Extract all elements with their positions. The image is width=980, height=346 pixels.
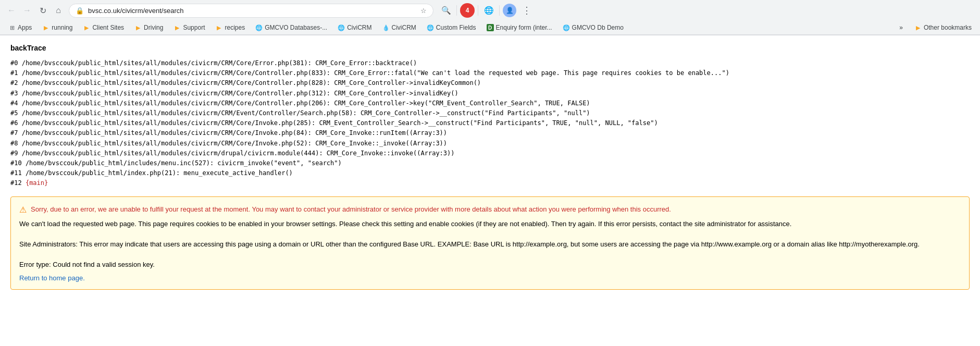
back-button[interactable]: ← (4, 3, 19, 18)
apps-grid-icon: ⊞ (8, 24, 16, 31)
bookmark-apps-label: Apps (18, 24, 32, 31)
menu-button[interactable]: ⋮ (519, 3, 534, 18)
other-bookmarks[interactable]: ▶ Other bookmarks (910, 22, 976, 33)
drop-icon-civicrm2: 💧 (382, 24, 390, 31)
more-bookmarks-label: » (899, 24, 903, 31)
folder-icon-driving: ▶ (134, 24, 142, 31)
bookmark-driving[interactable]: ▶ Driving (130, 22, 167, 33)
bookmark-custom-fields[interactable]: 🌐 Custom Fields (423, 22, 480, 33)
toolbar-divider3 (499, 5, 500, 16)
d-icon-enquiry: D (487, 24, 494, 31)
error-box: ⚠ Sorry, due to an error, we are unable … (10, 196, 970, 290)
bookmark-star-icon[interactable]: ☆ (420, 7, 427, 15)
browser-toolbar: ← → ↻ ⌂ 🔒 ☆ 🔍 4 🌐 👤 ⋮ (0, 0, 980, 21)
reload-button[interactable]: ↻ (35, 3, 50, 18)
bookmark-gmcvo-db-demo-label: GMCVO Db Demo (572, 24, 624, 31)
profile-avatar[interactable]: 👤 (503, 4, 516, 17)
bookmark-support-label: Support (183, 24, 205, 31)
bookmark-client-sites-label: Client Sites (92, 24, 124, 31)
bookmark-running[interactable]: ▶ running (38, 22, 77, 33)
globe-icon-gmcvo: 🌐 (255, 24, 263, 31)
warning-icon: ⚠ (19, 205, 27, 215)
bookmark-enquiry-form-label: Enquiry form (inter... (496, 24, 552, 31)
page-content: backTrace #0 /home/bvsccouk/public_html/… (0, 35, 980, 306)
notification-button[interactable]: 4 (460, 3, 475, 18)
error-detail-text: We can't load the requested web page. Th… (19, 219, 961, 270)
bookmark-driving-label: Driving (144, 24, 163, 31)
browser-icons-right: 🔍 4 🌐 👤 ⋮ (439, 3, 534, 18)
bookmarks-bar: ⊞ Apps ▶ running ▶ Client Sites ▶ Drivin… (0, 21, 980, 35)
globe-icon-civicrm1: 🌐 (338, 24, 345, 31)
bookmark-recipes-label: recipes (225, 24, 245, 31)
folder-icon-running: ▶ (42, 24, 49, 31)
toolbar-divider2 (478, 5, 478, 16)
nav-buttons: ← → ↻ ⌂ (4, 3, 66, 18)
folder-icon-recipes: ▶ (215, 24, 222, 31)
bookmark-civicrm-1-label: CiviCRM (347, 24, 371, 31)
bookmark-enquiry-form[interactable]: D Enquiry form (inter... (482, 22, 556, 33)
search-icon-btn[interactable]: 🔍 (439, 3, 453, 18)
address-bar[interactable] (88, 7, 416, 15)
more-bookmarks-button[interactable]: » (895, 22, 907, 33)
bookmark-civicrm-2[interactable]: 💧 CiviCRM (378, 22, 420, 33)
other-bookmarks-label: Other bookmarks (924, 24, 972, 31)
bookmark-gmcvo-db-label: GMCVO Databases-... (265, 24, 327, 31)
bookmark-running-label: running (52, 24, 72, 31)
globe-icon-btn[interactable]: 🌐 (481, 3, 496, 18)
return-home-link[interactable]: Return to home page. (19, 274, 85, 282)
folder-icon-other: ▶ (914, 24, 922, 31)
browser-chrome: ← → ↻ ⌂ 🔒 ☆ 🔍 4 🌐 👤 ⋮ ⊞ Apps ▶ run (0, 0, 980, 35)
forward-button[interactable]: → (20, 3, 34, 18)
bookmark-gmcvo-db[interactable]: 🌐 GMCVO Databases-... (251, 22, 331, 33)
error-header: ⚠ Sorry, due to an error, we are unable … (19, 204, 961, 215)
bookmark-recipes[interactable]: ▶ recipes (211, 22, 249, 33)
toolbar-divider (456, 5, 457, 16)
bookmark-civicrm-2-label: CiviCRM (392, 24, 416, 31)
page-title: backTrace (10, 44, 970, 52)
bookmark-apps[interactable]: ⊞ Apps (4, 22, 36, 33)
folder-icon-client-sites: ▶ (83, 24, 90, 31)
bookmark-client-sites[interactable]: ▶ Client Sites (79, 22, 128, 33)
trace-block: #0 /home/bvsccouk/public_html/sites/all/… (10, 58, 970, 188)
bookmark-gmcvo-db-demo[interactable]: 🌐 GMCVO Db Demo (559, 22, 628, 33)
home-button[interactable]: ⌂ (51, 3, 66, 18)
address-bar-container[interactable]: 🔒 ☆ (69, 4, 433, 18)
bookmark-support[interactable]: ▶ Support (169, 22, 209, 33)
lock-icon: 🔒 (76, 7, 84, 15)
bookmark-custom-fields-label: Custom Fields (436, 24, 476, 31)
error-main-text: Sorry, due to an error, we are unable to… (31, 204, 671, 215)
folder-icon-support: ▶ (173, 24, 181, 31)
bookmark-civicrm-1[interactable]: 🌐 CiviCRM (333, 22, 376, 33)
globe-icon-custom-fields: 🌐 (427, 24, 434, 31)
globe-icon-gmcvo-demo: 🌐 (563, 24, 570, 31)
